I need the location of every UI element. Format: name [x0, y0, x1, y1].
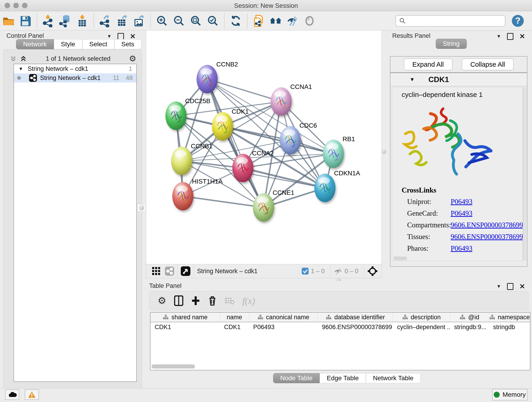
- crosslink-link[interactable]: P06493: [451, 244, 472, 253]
- column-header-database-identifier[interactable]: database identifier: [318, 313, 393, 322]
- export-image-icon[interactable]: [132, 13, 146, 28]
- birds-eye-view-icon[interactable]: [181, 266, 190, 276]
- zoom-selected-icon[interactable]: [206, 13, 220, 28]
- cloud-status-button[interactable]: [5, 389, 19, 400]
- node-HIST1H1A[interactable]: [171, 181, 195, 212]
- fit-target-icon[interactable]: [367, 266, 378, 276]
- node-CDKN1A[interactable]: [313, 172, 337, 204]
- export-network-icon[interactable]: [98, 13, 112, 28]
- show-selected-icon[interactable]: [303, 13, 317, 28]
- selected-checkbox-icon[interactable]: [302, 268, 309, 274]
- table-row[interactable]: CDK1CDK1P064939606.ENSP00000378699cyclin…: [151, 322, 530, 332]
- network-options-gear-icon[interactable]: ⚙: [129, 55, 136, 63]
- tab-node-table[interactable]: Node Table: [273, 373, 320, 383]
- warning-status-button[interactable]: [25, 389, 39, 400]
- cytoscape-window: Session: New Session: [0, 0, 532, 402]
- table-cell[interactable]: P06493: [249, 322, 318, 332]
- open-session-icon[interactable]: [2, 13, 15, 28]
- help-icon[interactable]: ?: [512, 15, 524, 27]
- node-CCNA1[interactable]: [269, 86, 293, 117]
- delete-table-icon[interactable]: [225, 296, 234, 305]
- search-field[interactable]: [395, 15, 505, 27]
- tab-network-table[interactable]: Network Table: [366, 373, 421, 383]
- expand-all-icon[interactable]: [19, 55, 27, 62]
- clone-network-icon[interactable]: [252, 13, 266, 28]
- horizontal-scrollbar[interactable]: [393, 256, 407, 260]
- collapse-all-button[interactable]: Collapse All: [462, 58, 514, 70]
- edge-CCNB2-CCNE1[interactable]: [207, 79, 264, 207]
- node-CCNE1[interactable]: [252, 192, 275, 223]
- collapse-triangle-icon[interactable]: ▼: [410, 77, 415, 83]
- import-network-database-icon[interactable]: [58, 13, 72, 28]
- table-cell[interactable]: stringdb:9...: [450, 322, 489, 332]
- delete-column-icon[interactable]: [208, 295, 217, 306]
- minimize-panel-icon[interactable]: ▼: [496, 284, 501, 289]
- refresh-icon[interactable]: [229, 13, 243, 28]
- crosslink-link[interactable]: 9606.ENSP00000378699: [451, 233, 523, 241]
- tab-style[interactable]: Style: [54, 39, 82, 49]
- hidden-eye-icon[interactable]: [334, 268, 342, 275]
- float-panel-icon[interactable]: [507, 283, 513, 290]
- table-horizontal-scrollbar[interactable]: [152, 364, 195, 369]
- minimize-panel-icon[interactable]: ▼: [496, 34, 501, 39]
- save-session-icon[interactable]: [19, 13, 32, 28]
- collapse-triangle-icon[interactable]: ▼: [19, 66, 23, 71]
- node-RB1[interactable]: [322, 138, 345, 169]
- table-cell[interactable]: CDK1: [151, 322, 220, 332]
- show-all-windows-icon[interactable]: [269, 13, 283, 28]
- import-network-icon[interactable]: [41, 13, 55, 28]
- node-CCNB2[interactable]: [195, 64, 219, 95]
- column-header-@id[interactable]: @id: [450, 313, 489, 322]
- crosslink-link[interactable]: P06493: [451, 209, 472, 217]
- network-row[interactable]: String Network – cdk1 11 48: [14, 73, 136, 83]
- tab-select[interactable]: Select: [82, 39, 114, 49]
- add-column-icon[interactable]: [191, 295, 200, 306]
- collapse-all-icon[interactable]: [9, 55, 17, 62]
- node-CCNA2[interactable]: [231, 153, 255, 184]
- column-header-description[interactable]: description: [393, 313, 450, 322]
- float-panel-icon[interactable]: [118, 33, 124, 40]
- crosslink-link[interactable]: P06493: [451, 198, 472, 206]
- table-cell[interactable]: CDK1: [220, 322, 249, 332]
- float-panel-icon[interactable]: [507, 33, 513, 40]
- expand-all-button[interactable]: Expand All: [404, 58, 452, 70]
- vertical-scrollbar[interactable]: [523, 87, 526, 261]
- network-canvas[interactable]: CCNB2CCNA1CDC25BCDK1CDC6RB1CCNB1CCNA2CDK…: [146, 31, 382, 264]
- zoom-out-icon[interactable]: [172, 13, 186, 28]
- tab-string[interactable]: String: [436, 39, 467, 49]
- tab-sets[interactable]: Sets: [114, 39, 141, 49]
- tab-edge-table[interactable]: Edge Table: [320, 373, 366, 383]
- node-CDC6[interactable]: [278, 125, 302, 156]
- zoom-in-icon[interactable]: [155, 13, 169, 28]
- column-header-shared-name[interactable]: shared name: [151, 313, 220, 322]
- export-table-icon[interactable]: [115, 13, 129, 28]
- close-panel-icon[interactable]: ✕: [519, 282, 525, 290]
- table-cell[interactable]: cyclin–dependent ...: [393, 322, 450, 332]
- network-collection-row[interactable]: ▼ String Network – cdk1 1: [14, 64, 136, 73]
- node-CDC25B[interactable]: [164, 100, 188, 131]
- zoom-fit-icon[interactable]: [189, 13, 203, 28]
- table-cell[interactable]: 9606.ENSP00000378699: [318, 322, 393, 332]
- show-columns-icon[interactable]: [174, 295, 183, 306]
- function-builder-icon[interactable]: f(x): [242, 295, 255, 306]
- tab-network[interactable]: Network: [16, 39, 54, 49]
- search-input[interactable]: [406, 16, 505, 26]
- protein-header[interactable]: ▼ CDK1: [390, 73, 527, 86]
- column-header-namespace[interactable]: namespace: [489, 313, 530, 322]
- close-panel-icon[interactable]: ✕: [519, 32, 525, 40]
- column-header-canonical-name[interactable]: canonical name: [249, 313, 318, 322]
- hide-selected-icon[interactable]: [286, 13, 299, 28]
- table-cell[interactable]: stringdb: [489, 322, 530, 332]
- minimize-panel-icon[interactable]: ▼: [107, 34, 112, 39]
- network-view-icon[interactable]: [165, 267, 174, 276]
- table-options-gear-icon[interactable]: ⚙: [158, 296, 166, 306]
- node-CDK1[interactable]: [210, 111, 234, 142]
- memory-button[interactable]: Memory: [492, 389, 527, 400]
- node-CCNB1[interactable]: [170, 145, 194, 177]
- column-header-name[interactable]: name: [220, 313, 249, 322]
- left-splitter-handle[interactable]: [138, 204, 146, 211]
- right-splitter-handle[interactable]: [382, 149, 386, 154]
- grid-view-icon[interactable]: [152, 267, 161, 276]
- import-table-icon[interactable]: [75, 13, 89, 28]
- crosslink-link[interactable]: 9606.ENSP00000378699: [451, 221, 523, 229]
